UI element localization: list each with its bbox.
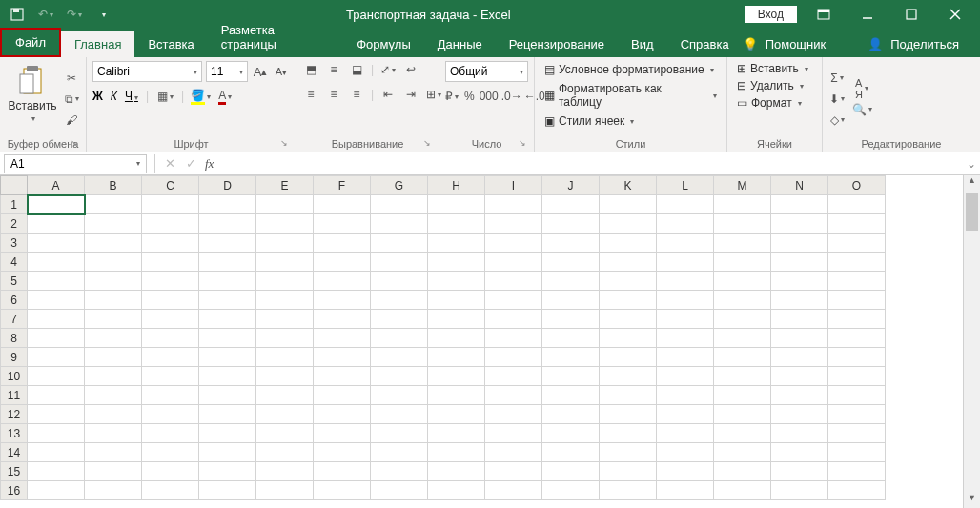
- cell[interactable]: [828, 310, 886, 329]
- cell[interactable]: [828, 462, 886, 481]
- cell[interactable]: [199, 443, 256, 462]
- cell[interactable]: [600, 348, 657, 367]
- cell[interactable]: [714, 443, 771, 462]
- cell[interactable]: [142, 367, 199, 386]
- find-select-icon[interactable]: 🔍▾: [853, 101, 870, 118]
- save-icon[interactable]: [8, 5, 27, 24]
- cell[interactable]: [371, 462, 428, 481]
- column-header[interactable]: L: [657, 176, 714, 195]
- cell[interactable]: [771, 405, 828, 424]
- cell[interactable]: [428, 195, 485, 214]
- cell[interactable]: [714, 253, 771, 272]
- cell[interactable]: [542, 234, 600, 253]
- tab-file[interactable]: Файл: [0, 28, 61, 57]
- cell[interactable]: [600, 253, 657, 272]
- cell[interactable]: [199, 481, 256, 500]
- cell[interactable]: [28, 443, 85, 462]
- cell[interactable]: [199, 253, 256, 272]
- cell[interactable]: [600, 405, 657, 424]
- cell[interactable]: [256, 329, 314, 348]
- cell[interactable]: [256, 253, 314, 272]
- cell[interactable]: [485, 195, 542, 214]
- cell[interactable]: [828, 253, 886, 272]
- cell[interactable]: [256, 310, 314, 329]
- row-header[interactable]: 15: [1, 462, 28, 481]
- cell[interactable]: [314, 405, 371, 424]
- cell[interactable]: [85, 214, 142, 234]
- cell[interactable]: [828, 234, 886, 253]
- cell[interactable]: [771, 443, 828, 462]
- cell[interactable]: [542, 405, 600, 424]
- decrease-font-icon[interactable]: A▾: [273, 63, 290, 80]
- cell[interactable]: [256, 214, 314, 234]
- cell[interactable]: [771, 310, 828, 329]
- cell[interactable]: [600, 272, 657, 291]
- currency-icon[interactable]: ₽▾: [445, 88, 459, 105]
- cell[interactable]: [600, 481, 657, 500]
- cell[interactable]: [314, 481, 371, 500]
- cell[interactable]: [314, 348, 371, 367]
- cell[interactable]: [428, 424, 485, 443]
- cell[interactable]: [371, 481, 428, 500]
- row-header[interactable]: 2: [1, 214, 28, 234]
- column-header[interactable]: N: [771, 176, 828, 195]
- format-as-table-button[interactable]: ▦Форматировать как таблицу▾: [541, 80, 721, 111]
- cell[interactable]: [714, 386, 771, 405]
- cell[interactable]: [485, 405, 542, 424]
- tell-me-button[interactable]: Помощник: [764, 31, 834, 57]
- row-header[interactable]: 4: [1, 253, 28, 272]
- row-header[interactable]: 10: [1, 367, 28, 386]
- cell[interactable]: [314, 329, 371, 348]
- cell[interactable]: [600, 367, 657, 386]
- column-header[interactable]: O: [828, 176, 886, 195]
- cell[interactable]: [714, 367, 771, 386]
- cell[interactable]: [542, 310, 600, 329]
- align-left-icon[interactable]: ≡: [302, 86, 319, 103]
- cell[interactable]: [199, 348, 256, 367]
- cell[interactable]: [828, 195, 886, 214]
- cell[interactable]: [542, 443, 600, 462]
- ribbon-display-icon[interactable]: [806, 0, 841, 29]
- cell[interactable]: [256, 195, 314, 214]
- cell[interactable]: [828, 214, 886, 234]
- tab-home[interactable]: Главная: [61, 31, 134, 57]
- cell[interactable]: [199, 291, 256, 310]
- undo-icon[interactable]: ↶ ▾: [36, 5, 55, 24]
- cell[interactable]: [428, 386, 485, 405]
- cell[interactable]: [256, 443, 314, 462]
- cell[interactable]: [142, 214, 199, 234]
- cell[interactable]: [714, 462, 771, 481]
- cell[interactable]: [85, 234, 142, 253]
- cell[interactable]: [142, 386, 199, 405]
- font-size-dropdown[interactable]: 11▾: [206, 61, 248, 82]
- cell[interactable]: [142, 329, 199, 348]
- cell[interactable]: [485, 367, 542, 386]
- cell[interactable]: [371, 348, 428, 367]
- cell[interactable]: [314, 214, 371, 234]
- cell[interactable]: [371, 195, 428, 214]
- cell[interactable]: [28, 462, 85, 481]
- select-all-corner[interactable]: [1, 176, 28, 195]
- cell[interactable]: [542, 424, 600, 443]
- cell[interactable]: [85, 253, 142, 272]
- font-name-dropdown[interactable]: Calibri▾: [92, 61, 202, 82]
- cell[interactable]: [314, 272, 371, 291]
- cell[interactable]: [256, 348, 314, 367]
- cell[interactable]: [542, 253, 600, 272]
- cell[interactable]: [542, 214, 600, 234]
- column-header[interactable]: A: [28, 176, 85, 195]
- cell[interactable]: [542, 367, 600, 386]
- cell[interactable]: [28, 291, 85, 310]
- cell[interactable]: [600, 424, 657, 443]
- cell[interactable]: [256, 367, 314, 386]
- cell[interactable]: [600, 329, 657, 348]
- cell[interactable]: [542, 481, 600, 500]
- cell[interactable]: [28, 367, 85, 386]
- cell[interactable]: [771, 253, 828, 272]
- align-middle-icon[interactable]: ≡: [325, 61, 342, 78]
- cell[interactable]: [771, 214, 828, 234]
- cell[interactable]: [485, 234, 542, 253]
- cell[interactable]: [371, 386, 428, 405]
- sort-filter-icon[interactable]: AЯ▾: [853, 80, 870, 97]
- row-header[interactable]: 3: [1, 234, 28, 253]
